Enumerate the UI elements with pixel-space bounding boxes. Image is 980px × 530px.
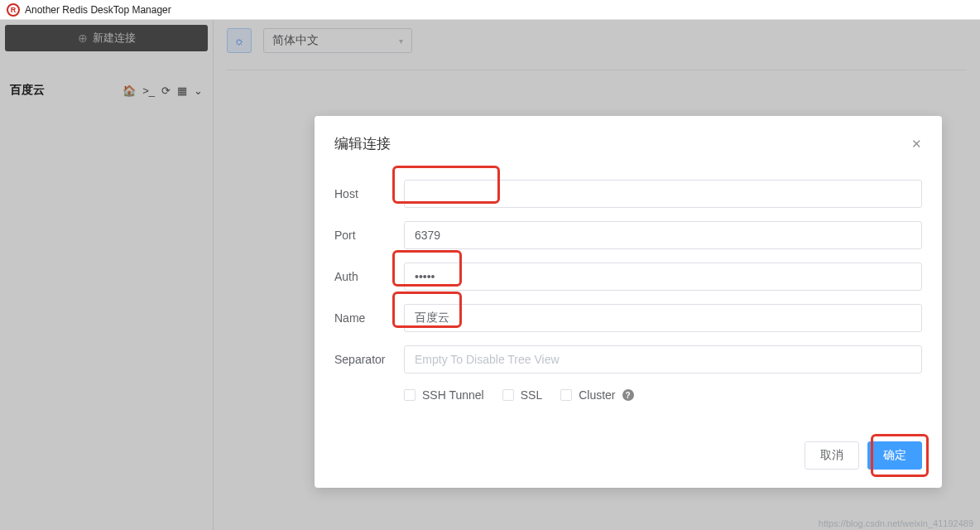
auth-label: Auth	[334, 270, 404, 283]
window-titlebar: R Another Redis DeskTop Manager	[0, 0, 980, 20]
form-row-separator: Separator	[334, 345, 922, 373]
help-icon[interactable]: ?	[622, 389, 634, 401]
name-label: Name	[334, 311, 404, 325]
auth-input[interactable]	[404, 263, 922, 291]
app-icon: R	[7, 3, 20, 17]
checkbox-icon	[560, 389, 572, 401]
confirm-button[interactable]: 确定	[867, 441, 922, 470]
checkbox-icon	[404, 389, 416, 401]
dialog-header: 编辑连接 ✕	[334, 134, 922, 153]
dialog-title: 编辑连接	[334, 134, 391, 153]
dialog-footer: 取消 确定	[334, 441, 922, 470]
cluster-label: Cluster	[579, 388, 615, 402]
options-row: SSH Tunnel SSL Cluster ?	[334, 388, 922, 402]
form-row-port: Port	[334, 221, 922, 249]
ssl-checkbox[interactable]: SSL	[502, 388, 542, 402]
ssh-tunnel-checkbox[interactable]: SSH Tunnel	[404, 388, 484, 402]
ssh-tunnel-label: SSH Tunnel	[422, 388, 484, 402]
host-label: Host	[334, 187, 404, 200]
host-input[interactable]	[404, 180, 922, 208]
separator-input[interactable]	[404, 345, 922, 373]
port-label: Port	[334, 229, 404, 242]
port-input[interactable]	[404, 221, 922, 249]
close-icon[interactable]: ✕	[911, 137, 922, 152]
cluster-checkbox[interactable]: Cluster ?	[560, 388, 633, 402]
ssl-label: SSL	[521, 388, 542, 402]
watermark: https://blog.csdn.net/weixin_41192489	[819, 518, 973, 528]
form-row-auth: Auth	[334, 263, 922, 291]
separator-label: Separator	[334, 353, 404, 366]
name-input[interactable]	[404, 304, 922, 332]
app-title: Another Redis DeskTop Manager	[25, 4, 171, 16]
checkbox-icon	[502, 389, 514, 401]
form-row-host: Host	[334, 180, 922, 208]
cancel-button[interactable]: 取消	[805, 441, 859, 470]
form-row-name: Name	[334, 304, 922, 332]
edit-connection-dialog: 编辑连接 ✕ Host Port Auth Name Separator	[315, 116, 942, 488]
